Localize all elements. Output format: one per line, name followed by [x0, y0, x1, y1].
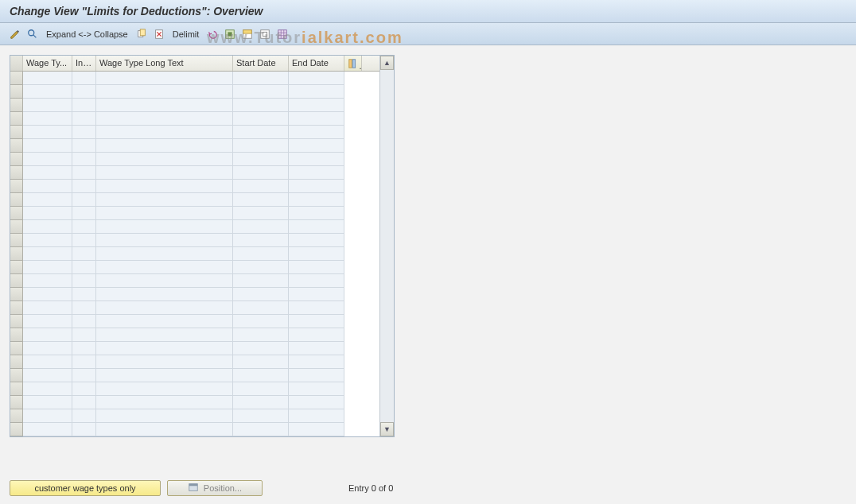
col-long-text[interactable]: Wage Type Long Text [96, 56, 233, 71]
cell-long-text[interactable] [96, 423, 233, 436]
row-selector[interactable] [10, 180, 23, 193]
cell-wage-type[interactable] [23, 247, 72, 261]
position-button[interactable]: Position... [167, 480, 263, 496]
cell-long-text[interactable] [96, 288, 233, 301]
cell-start-date[interactable] [233, 274, 289, 288]
cell-wage-type[interactable] [23, 315, 72, 328]
cell-start-date[interactable] [233, 396, 289, 409]
cell-inf[interactable] [72, 180, 96, 193]
row-selector[interactable] [10, 328, 23, 342]
row-selector[interactable] [10, 139, 23, 153]
table-row[interactable] [10, 274, 379, 288]
cell-end-date[interactable] [289, 369, 344, 382]
cell-inf[interactable] [72, 99, 96, 112]
cell-inf[interactable] [72, 382, 96, 396]
row-selector[interactable] [10, 234, 23, 247]
cell-long-text[interactable] [96, 355, 233, 369]
table-row[interactable] [10, 234, 379, 247]
table-row[interactable] [10, 301, 379, 315]
toggle-display-change-icon[interactable] [8, 27, 22, 41]
row-selector[interactable] [10, 423, 23, 436]
cell-wage-type[interactable] [23, 99, 72, 112]
cell-inf[interactable] [72, 342, 96, 355]
cell-inf[interactable] [72, 288, 96, 301]
table-row[interactable] [10, 112, 379, 126]
cell-end-date[interactable] [289, 99, 344, 112]
row-selector[interactable] [10, 315, 23, 328]
table-row[interactable] [10, 99, 379, 112]
cell-start-date[interactable] [233, 342, 289, 355]
cell-long-text[interactable] [96, 166, 233, 180]
cell-end-date[interactable] [289, 315, 344, 328]
row-selector-header[interactable] [10, 56, 23, 71]
cell-long-text[interactable] [96, 342, 233, 355]
col-end-date[interactable]: End Date [289, 56, 344, 71]
scroll-down-button[interactable]: ▼ [380, 422, 394, 436]
cell-long-text[interactable] [96, 247, 233, 261]
cell-wage-type[interactable] [23, 166, 72, 180]
cell-start-date[interactable] [233, 301, 289, 315]
row-selector[interactable] [10, 409, 23, 423]
table-row[interactable] [10, 355, 379, 369]
cell-inf[interactable] [72, 369, 96, 382]
cell-end-date[interactable] [289, 85, 344, 99]
cell-end-date[interactable] [289, 139, 344, 153]
row-selector[interactable] [10, 126, 23, 139]
cell-end-date[interactable] [289, 409, 344, 423]
cell-long-text[interactable] [96, 112, 233, 126]
cell-wage-type[interactable] [23, 85, 72, 99]
cell-inf[interactable] [72, 274, 96, 288]
table-row[interactable] [10, 396, 379, 409]
other-view-icon[interactable] [25, 27, 40, 41]
cell-inf[interactable] [72, 301, 96, 315]
cell-long-text[interactable] [96, 328, 233, 342]
cell-wage-type[interactable] [23, 301, 72, 315]
cell-inf[interactable] [72, 193, 96, 207]
table-row[interactable] [10, 288, 379, 301]
cell-wage-type[interactable] [23, 382, 72, 396]
table-row[interactable] [10, 220, 379, 234]
cell-long-text[interactable] [96, 220, 233, 234]
table-row[interactable] [10, 72, 379, 85]
cell-wage-type[interactable] [23, 288, 72, 301]
cell-end-date[interactable] [289, 261, 344, 274]
row-selector[interactable] [10, 261, 23, 274]
cell-long-text[interactable] [96, 274, 233, 288]
cell-inf[interactable] [72, 139, 96, 153]
cell-start-date[interactable] [233, 355, 289, 369]
select-block-icon[interactable] [240, 27, 255, 41]
table-row[interactable] [10, 166, 379, 180]
row-selector[interactable] [10, 112, 23, 126]
cell-long-text[interactable] [96, 180, 233, 193]
deselect-all-icon[interactable] [258, 27, 272, 41]
cell-inf[interactable] [72, 315, 96, 328]
select-all-icon[interactable] [223, 27, 237, 41]
table-row[interactable] [10, 382, 379, 396]
cell-start-date[interactable] [233, 139, 289, 153]
cell-inf[interactable] [72, 261, 96, 274]
cell-long-text[interactable] [96, 207, 233, 220]
cell-wage-type[interactable] [23, 139, 72, 153]
row-selector[interactable] [10, 288, 23, 301]
delete-icon[interactable] [152, 27, 166, 41]
table-row[interactable] [10, 139, 379, 153]
cell-wage-type[interactable] [23, 274, 72, 288]
cell-end-date[interactable] [289, 126, 344, 139]
cell-end-date[interactable] [289, 328, 344, 342]
cell-wage-type[interactable] [23, 234, 72, 247]
cell-start-date[interactable] [233, 193, 289, 207]
cell-end-date[interactable] [289, 112, 344, 126]
cell-start-date[interactable] [233, 166, 289, 180]
cell-start-date[interactable] [233, 369, 289, 382]
cell-inf[interactable] [72, 409, 96, 423]
cell-start-date[interactable] [233, 315, 289, 328]
cell-wage-type[interactable] [23, 193, 72, 207]
cell-end-date[interactable] [289, 72, 344, 85]
cell-inf[interactable] [72, 112, 96, 126]
cell-long-text[interactable] [96, 369, 233, 382]
row-selector[interactable] [10, 369, 23, 382]
cell-end-date[interactable] [289, 423, 344, 436]
cell-start-date[interactable] [233, 220, 289, 234]
cell-inf[interactable] [72, 234, 96, 247]
row-selector[interactable] [10, 274, 23, 288]
